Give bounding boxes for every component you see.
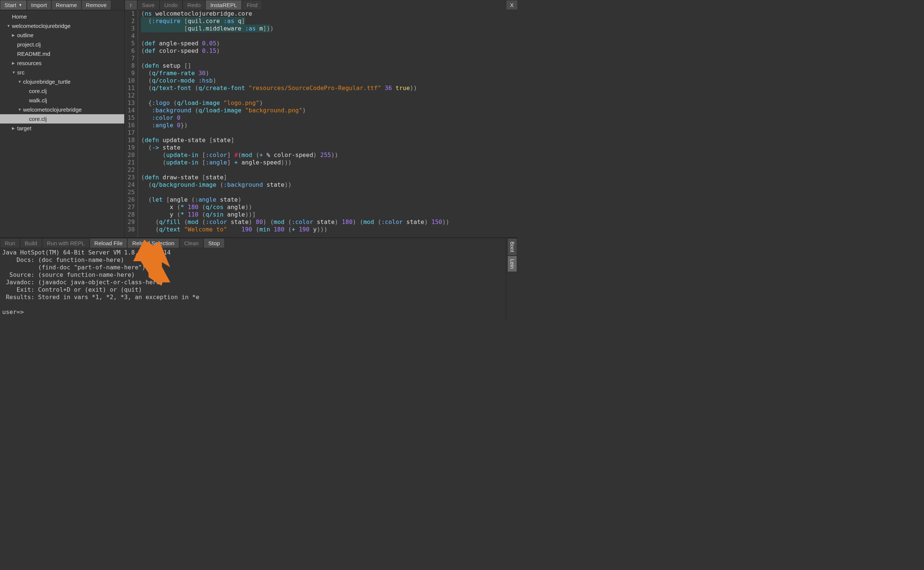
tree-item-label: Home [12, 14, 27, 20]
tree-item[interactable]: ▼welcometoclojurebridge [0, 105, 124, 114]
save-button[interactable]: Save [137, 0, 159, 10]
repl-side-tabs: Boot Lein [506, 238, 518, 321]
editor-pane: ↑ Save Undo Redo InstaREPL Find X 123456… [124, 0, 518, 238]
disclosure-icon: ▼ [18, 107, 23, 112]
sidebar: Start▼ Import Rename Remove Home▼welcome… [0, 0, 124, 238]
tree-item[interactable]: ▶outline [0, 31, 124, 40]
clean-button[interactable]: Clean [179, 238, 203, 248]
tree-item[interactable]: Home [0, 12, 124, 21]
tree-item-label: clojurebridge_turtle [23, 78, 71, 85]
disclosure-icon: ▼ [12, 70, 17, 74]
reload-selection-button[interactable]: Reload Selection [127, 238, 179, 248]
run-with-repl-button[interactable]: Run with REPL [42, 238, 90, 248]
build-button[interactable]: Build [20, 238, 42, 248]
rename-button[interactable]: Rename [51, 0, 81, 10]
tree-item-label: core.clj [29, 116, 47, 122]
stop-button[interactable]: Stop [203, 238, 225, 248]
tree-item[interactable]: ▼src [0, 68, 124, 77]
start-label: Start [5, 2, 16, 8]
repl-toolbar: Run Build Run with REPL Reload File Relo… [0, 238, 506, 248]
reload-file-button[interactable]: Reload File [90, 238, 128, 248]
tree-item[interactable]: walk.clj [0, 96, 124, 105]
code-content: (ns welcometoclojurebridge.core (:requir… [138, 10, 449, 238]
run-button[interactable]: Run [0, 238, 20, 248]
tree-item-label: src [17, 69, 24, 75]
tree-item[interactable]: core.clj [0, 114, 124, 124]
editor-toolbar: ↑ Save Undo Redo InstaREPL Find X [125, 0, 518, 10]
tree-item[interactable]: ▼clojurebridge_turtle [0, 77, 124, 86]
repl-output[interactable]: Java HotSpot(TM) 64-Bit Server VM 1.8.0_… [0, 248, 506, 321]
disclosure-icon: ▶ [12, 33, 17, 37]
tree-item-label: outline [17, 32, 34, 38]
remove-button[interactable]: Remove [81, 0, 111, 10]
tree-item-label: walk.clj [29, 97, 47, 103]
repl-pane: Run Build Run with REPL Reload File Relo… [0, 238, 518, 321]
code-editor[interactable]: 1234567891011121314151617181920212223242… [125, 10, 518, 238]
lein-tab[interactable]: Lein [507, 256, 517, 272]
import-button[interactable]: Import [27, 0, 52, 10]
tree-item-label: project.clj [17, 41, 41, 48]
tree-item-label: target [17, 125, 31, 131]
find-button[interactable]: Find [242, 0, 262, 10]
tree-item[interactable]: core.clj [0, 86, 124, 96]
tree-item[interactable]: project.clj [0, 40, 124, 49]
boot-tab[interactable]: Boot [507, 238, 517, 256]
redo-button[interactable]: Redo [183, 0, 206, 10]
start-button[interactable]: Start▼ [0, 0, 27, 10]
disclosure-icon: ▶ [12, 126, 17, 130]
tree-item[interactable]: ▼welcometoclojurebridge [0, 21, 124, 31]
line-gutter: 1234567891011121314151617181920212223242… [125, 10, 138, 238]
tree-item-label: resources [17, 60, 42, 66]
close-button[interactable]: X [506, 0, 518, 10]
tree-item-label: welcometoclojurebridge [23, 106, 82, 113]
undo-button[interactable]: Undo [159, 0, 183, 10]
instarepl-button[interactable]: InstaREPL [205, 0, 242, 10]
tree-item-label: core.clj [29, 88, 47, 94]
chevron-down-icon: ▼ [18, 3, 22, 7]
tree-item[interactable]: ▶target [0, 124, 124, 133]
file-tree: Home▼welcometoclojurebridge▶outlineproje… [0, 11, 124, 238]
tree-item[interactable]: ▶resources [0, 58, 124, 68]
up-button[interactable]: ↑ [125, 0, 137, 10]
disclosure-icon: ▼ [18, 80, 23, 84]
disclosure-icon: ▼ [7, 24, 12, 28]
tree-item[interactable]: README.md [0, 49, 124, 58]
tree-item-label: README.md [17, 51, 50, 57]
tree-item-label: welcometoclojurebridge [12, 23, 71, 29]
disclosure-icon: ▶ [12, 61, 17, 65]
sidebar-toolbar: Start▼ Import Rename Remove [0, 0, 124, 11]
